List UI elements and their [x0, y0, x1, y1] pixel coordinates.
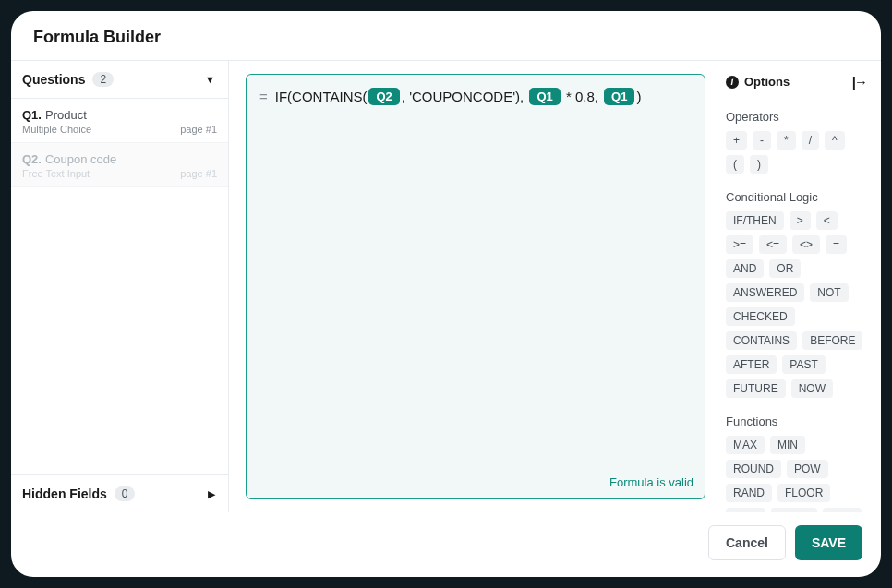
- save-button[interactable]: SAVE: [795, 525, 862, 560]
- conditional-chip[interactable]: <=: [759, 235, 787, 254]
- questions-count: 2: [92, 72, 114, 87]
- conditional-chip[interactable]: <: [816, 211, 838, 230]
- function-chip[interactable]: ROUND: [726, 460, 781, 478]
- options-panel: i Options |→ Operators +-*/^() Condition…: [718, 61, 881, 512]
- formula-text: ): [636, 89, 641, 104]
- hidden-fields-section-head[interactable]: Hidden Fields 0 ▶: [11, 475, 228, 512]
- operator-chip[interactable]: ): [750, 155, 768, 174]
- footer: Cancel SAVE: [11, 512, 881, 577]
- hidden-fields-label: Hidden Fields: [22, 486, 107, 501]
- conditional-chip[interactable]: >: [790, 211, 811, 230]
- conditional-chip[interactable]: NOW: [791, 379, 833, 398]
- conditional-label: Conditional Logic: [726, 190, 866, 204]
- question-id: Q2.: [22, 152, 42, 166]
- editor-column: = IF(CONTAINS(Q2, 'COUPONCODE'), Q1 * 0.…: [229, 61, 718, 512]
- question-label: Product: [45, 108, 87, 122]
- operator-chip[interactable]: +: [726, 131, 747, 150]
- operators-chips: +-*/^(): [726, 131, 866, 174]
- questions-section-head[interactable]: Questions 2 ▼: [11, 61, 228, 99]
- sidebar: Questions 2 ▼ Q1.ProductMultiple Choicep…: [11, 61, 229, 512]
- page-title: Formula Builder: [33, 28, 859, 47]
- function-chip[interactable]: MAX: [726, 436, 765, 454]
- conditional-chip[interactable]: ANSWERED: [726, 283, 804, 302]
- header: Formula Builder: [11, 11, 881, 61]
- conditional-chip[interactable]: BEFORE: [802, 331, 862, 350]
- conditional-chip[interactable]: IF/THEN: [726, 211, 784, 230]
- collapse-panel-icon[interactable]: |→: [852, 74, 866, 90]
- conditional-chip[interactable]: NOT: [810, 283, 848, 302]
- question-item[interactable]: Q1.ProductMultiple Choicepage #1: [11, 99, 228, 143]
- formula-text: IF(CONTAINS(: [275, 89, 368, 104]
- hidden-fields-count: 0: [115, 486, 136, 501]
- conditional-chip[interactable]: CHECKED: [726, 307, 795, 326]
- formula-chip[interactable]: Q1: [604, 88, 634, 105]
- operator-chip[interactable]: /: [802, 131, 819, 150]
- questions-label: Questions: [22, 72, 85, 87]
- questions-list: Q1.ProductMultiple Choicepage #1Q2.Coupo…: [11, 99, 228, 474]
- function-chip[interactable]: FLOOR: [777, 484, 830, 502]
- question-item[interactable]: Q2.Coupon codeFree Text Inputpage #1: [11, 143, 228, 187]
- function-chip[interactable]: MIN: [770, 436, 805, 454]
- operator-chip[interactable]: -: [753, 131, 771, 150]
- conditional-chip[interactable]: >=: [726, 235, 753, 254]
- conditional-chip[interactable]: CONTAINS: [726, 331, 797, 350]
- functions-chips: MAXMINROUNDPOWRANDFLOORCEILROOTLOGLOG10L…: [726, 436, 866, 512]
- options-title: Options: [744, 75, 790, 89]
- conditional-chip[interactable]: <>: [792, 235, 820, 254]
- conditional-chip[interactable]: FUTURE: [726, 379, 786, 398]
- functions-label: Functions: [726, 414, 866, 428]
- question-type: Multiple Choice: [22, 124, 91, 135]
- conditional-chip[interactable]: PAST: [782, 355, 825, 374]
- question-id: Q1.: [22, 108, 42, 122]
- info-icon: i: [726, 76, 739, 89]
- conditional-chip[interactable]: AND: [726, 259, 764, 278]
- operator-chip[interactable]: ^: [825, 131, 845, 150]
- formula-valid-message: Formula is valid: [609, 475, 693, 489]
- caret-right-icon: ▶: [208, 488, 215, 500]
- function-chip[interactable]: RAND: [726, 484, 772, 502]
- conditional-chip[interactable]: =: [826, 235, 847, 254]
- conditional-chip[interactable]: OR: [769, 259, 801, 278]
- cancel-button[interactable]: Cancel: [708, 525, 786, 560]
- formula-builder-window: Formula Builder Questions 2 ▼ Q1.Product…: [11, 11, 881, 577]
- formula-text: , 'COUPONCODE'),: [402, 89, 528, 104]
- formula-chip[interactable]: Q2: [368, 88, 399, 105]
- question-label: Coupon code: [45, 152, 116, 166]
- operator-chip[interactable]: (: [726, 155, 744, 174]
- operator-chip[interactable]: *: [777, 131, 796, 150]
- function-chip[interactable]: POW: [787, 460, 828, 478]
- main-area: Questions 2 ▼ Q1.ProductMultiple Choicep…: [11, 61, 881, 512]
- formula-content[interactable]: IF(CONTAINS(Q2, 'COUPONCODE'), Q1 * 0.8,…: [275, 88, 642, 105]
- question-page: page #1: [180, 168, 217, 179]
- question-type: Free Text Input: [22, 168, 90, 179]
- formula-editor[interactable]: = IF(CONTAINS(Q2, 'COUPONCODE'), Q1 * 0.…: [246, 74, 705, 499]
- operators-label: Operators: [726, 110, 866, 124]
- conditional-chips: IF/THEN><>=<=<>=ANDORANSWEREDNOTCHECKEDC…: [726, 211, 866, 398]
- conditional-chip[interactable]: AFTER: [726, 355, 777, 374]
- question-page: page #1: [180, 124, 217, 135]
- caret-down-icon: ▼: [205, 74, 215, 85]
- formula-chip[interactable]: Q1: [529, 88, 560, 105]
- equals-sign: =: [259, 89, 268, 104]
- formula-text: * 0.8,: [562, 89, 602, 104]
